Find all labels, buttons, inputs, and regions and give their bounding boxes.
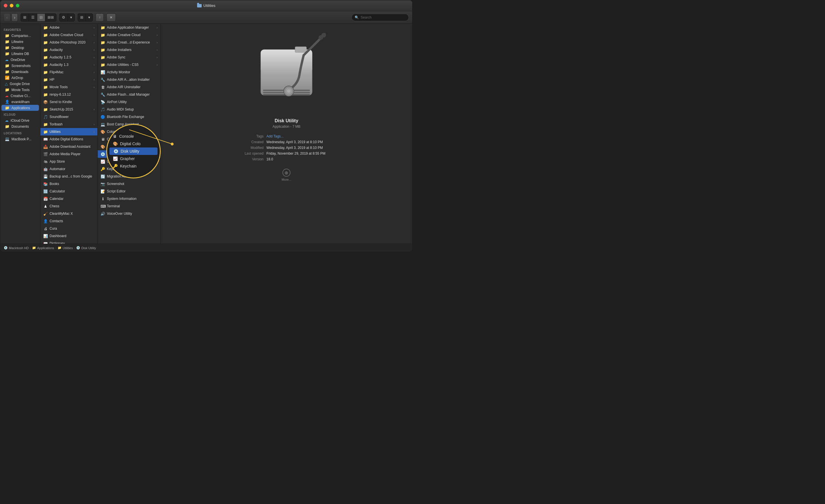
col1-kindle[interactable]: 📦 Send to Kindle	[41, 98, 97, 106]
list-view-button[interactable]: ☰	[29, 14, 37, 21]
col2-activity-monitor[interactable]: 📊 Activity Monitor	[98, 69, 160, 76]
search-box[interactable]: 🔍 Search	[352, 14, 409, 21]
col1-appstore[interactable]: 🛍 App Store	[41, 158, 97, 165]
col1-calculator[interactable]: 🔢 Calculator	[41, 187, 97, 195]
col2-airport[interactable]: 📡 AirPort Utility	[98, 98, 160, 106]
sidebar-item-macbook[interactable]: 💻 MacBook P...	[1, 136, 39, 142]
breadcrumb-applications[interactable]: Applications	[37, 246, 54, 250]
col1-utilities[interactable]: 📁 Utilities ›	[41, 128, 97, 136]
col2-script-editor[interactable]: 📝 Script Editor	[98, 187, 160, 195]
col1-toribash[interactable]: 📁 Toribash ›	[41, 120, 97, 128]
edit-tags-button[interactable]: ✕	[106, 13, 116, 21]
col2-flash-manager[interactable]: 🔧 Adobe Flash...stall Manager	[98, 91, 160, 98]
cc-icon: ☁	[5, 94, 9, 98]
sort-button[interactable]: ⚙	[60, 14, 68, 21]
grapher-icon: 📈	[113, 156, 118, 161]
sidebar-item-google-drive[interactable]: △ Google Drive	[1, 81, 39, 87]
sidebar: Favorites 📁 Compariso... 📁 Lifewire 📁 De…	[0, 24, 41, 244]
col1-audacity[interactable]: 📁 Audacity ›	[41, 46, 97, 54]
col1-ade[interactable]: 📖 Adobe Digital Editions	[41, 136, 97, 143]
maximize-button[interactable]	[16, 4, 19, 7]
zoom-item-keychain[interactable]: 🔑 Keychain	[107, 162, 160, 170]
col1-contacts[interactable]: 👤 Contacts	[41, 217, 97, 225]
sidebar-item-screenshots[interactable]: 📁 Screenshots	[1, 63, 39, 69]
col1-soundflower[interactable]: 🎵 Soundflower	[41, 113, 97, 120]
sidebar-item-documents[interactable]: 📁 Documents	[1, 123, 39, 130]
col2-ace[interactable]: 📁 Adobe Creati...d Experience ›	[98, 39, 160, 46]
sidebar-item-icloud-drive[interactable]: ☁ iCloud Drive	[1, 117, 39, 123]
col1-hp[interactable]: 📁 HP ›	[41, 76, 97, 83]
col1-audacity13[interactable]: 📁 Audacity 1.3 ›	[41, 61, 97, 69]
col2-screenshot[interactable]: 📷 Screenshot	[98, 180, 160, 187]
col1-renpy[interactable]: 📁 renpy-6.13.12	[41, 91, 97, 98]
col1-movietools[interactable]: 📁 Movie Tools ›	[41, 83, 97, 91]
sidebar-item-lifewire-db[interactable]: 📁 Lifewire DB	[1, 51, 39, 57]
tags-value[interactable]: Add Tags...	[267, 134, 341, 138]
col1-books[interactable]: 📚 Books	[41, 180, 97, 187]
breadcrumb-disk-utility[interactable]: Disk Utility	[81, 246, 96, 250]
modified-value: Wednesday, April 3, 2019 at 8:10 PM	[267, 146, 341, 150]
share-button[interactable]: ↑	[96, 13, 104, 21]
sidebar-item-user[interactable]: 👤 evankillham	[1, 99, 39, 105]
col2-sync[interactable]: 📁 Adobe Sync ›	[98, 54, 160, 61]
more-button[interactable]: ⊕ More...	[282, 169, 291, 181]
gallery-view-button[interactable]: ⊞⊞	[45, 14, 56, 21]
col1-backup[interactable]: 💾 Backup and...c from Google	[41, 173, 97, 180]
breadcrumb-hd[interactable]: Macintosh HD	[9, 246, 29, 250]
app-icon: 🎨	[100, 145, 105, 149]
sidebar-item-compariso[interactable]: 📁 Compariso...	[1, 33, 39, 39]
col1-automator[interactable]: 🤖 Automator	[41, 165, 97, 173]
col1-cleanmymac[interactable]: 🧹 CleanMyMac X	[41, 210, 97, 217]
sort-chevron[interactable]: ▾	[68, 14, 74, 21]
minimize-button[interactable]	[10, 4, 13, 7]
col2-air-installer[interactable]: 🔧 Adobe AIR A...ation Installer	[98, 76, 160, 83]
sidebar-item-movie-tools[interactable]: 📁 Movie Tools	[1, 87, 39, 93]
title-folder-icon	[197, 4, 202, 7]
folder-icon: 📁	[43, 48, 48, 52]
col1-flip4mac[interactable]: 📁 Flip4Mac ›	[41, 69, 97, 76]
folder-icon: 📁	[5, 46, 9, 50]
col2-installers[interactable]: 📁 Adobe Installers ›	[98, 46, 160, 54]
sidebar-item-desktop[interactable]: 📁 Desktop	[1, 45, 39, 51]
sidebar-item-lifewire[interactable]: 📁 Lifewire	[1, 39, 39, 45]
extra-chevron[interactable]: ▾	[86, 14, 92, 21]
sidebar-item-creative-cloud[interactable]: ☁ Creative Cl...	[1, 93, 39, 99]
forward-button[interactable]: ›	[11, 13, 18, 21]
col1-amp[interactable]: 🎬 Adobe Media Player	[41, 150, 97, 158]
col2-aam[interactable]: 📁 Adobe Application Manager ›	[98, 24, 160, 31]
sidebar-label: OneDrive	[11, 58, 25, 62]
utils-folder-icon: 📁	[58, 246, 62, 250]
col1-adobe[interactable]: 📁 Adobe ›	[41, 24, 97, 31]
col1-sketchup[interactable]: 📁 SketchUp 2015 ›	[41, 106, 97, 113]
tags-label: Tags	[232, 134, 267, 138]
col2-utilities-cs5[interactable]: 📁 Adobe Utilities - CS5 ›	[98, 61, 160, 69]
column-view-button[interactable]: ⊟	[37, 14, 45, 21]
back-button[interactable]: ‹	[4, 13, 10, 21]
col1-ada[interactable]: 📥 Adobe Download Assistant	[41, 143, 97, 150]
col1-dashboard[interactable]: 📊 Dashboard	[41, 232, 97, 240]
breadcrumb-utilities[interactable]: Utilities	[63, 246, 73, 250]
col2-air-uninstaller[interactable]: 🗑 Adobe AIR Uninstaller	[98, 83, 160, 91]
col1-ps2020[interactable]: 📁 Adobe Photoshop 2020 ›	[41, 39, 97, 46]
col2-midi[interactable]: 🎵 Audio MIDI Setup	[98, 106, 160, 113]
sidebar-item-applications[interactable]: 📁 Applications	[1, 105, 39, 111]
col1-audacity125[interactable]: 📁 Audacity 1.2.5 ›	[41, 54, 97, 61]
col1-cura[interactable]: 🖨 Cura	[41, 225, 97, 232]
col2-bluetooth[interactable]: 🔵 Bluetooth File Exchange	[98, 113, 160, 120]
extra-view-btn[interactable]: ⊞	[78, 14, 86, 21]
col1-dictionary[interactable]: 📖 Dictionary	[41, 240, 97, 244]
sidebar-item-onedrive[interactable]: ☁ OneDrive	[1, 57, 39, 63]
col1-calendar[interactable]: 📅 Calendar	[41, 195, 97, 202]
col1-chess[interactable]: ♟ Chess	[41, 202, 97, 210]
col1-acc[interactable]: 📁 Adobe Creative Cloud ›	[41, 31, 97, 39]
col2-sysinfo[interactable]: ℹ System Information	[98, 195, 160, 202]
col2-voiceover[interactable]: 🔊 VoiceOver Utility	[98, 210, 160, 217]
col2-terminal[interactable]: ⌨ Terminal	[98, 202, 160, 210]
sidebar-item-downloads[interactable]: 📁 Downloads	[1, 69, 39, 75]
folder-icon: 📁	[43, 40, 48, 45]
col2-acc[interactable]: 📁 Adobe Creative Cloud ›	[98, 31, 160, 39]
close-button[interactable]	[4, 4, 7, 7]
sidebar-item-airdrop[interactable]: 📶 AirDrop	[1, 75, 39, 81]
zoom-item-grapher[interactable]: 📈 Grapher	[107, 155, 160, 162]
icon-view-button[interactable]: ⊞	[21, 14, 29, 21]
